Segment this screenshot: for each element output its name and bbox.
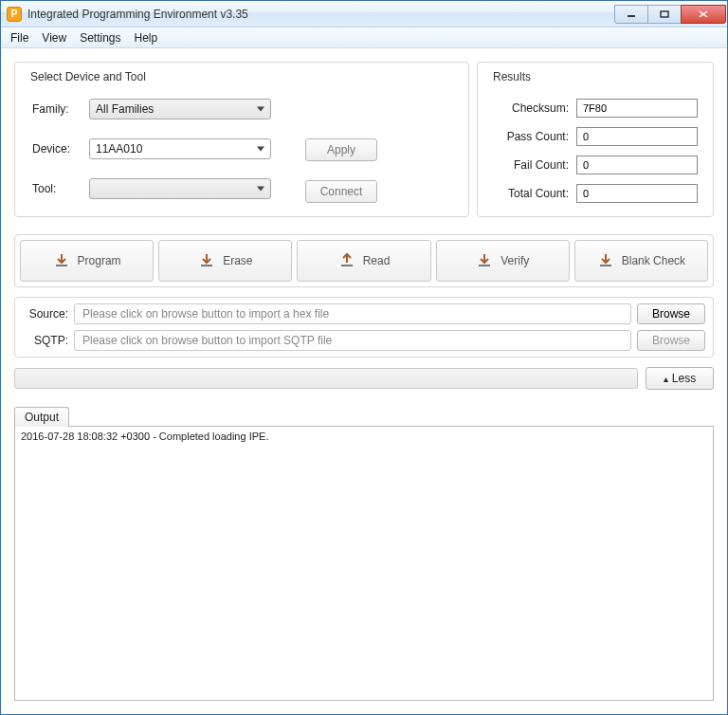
checksum-label: Checksum: [493,101,569,115]
menu-help[interactable]: Help [129,29,164,46]
less-label: Less [672,372,696,385]
sqtp-label: SQTP: [23,334,68,347]
family-value: All Families [96,102,154,116]
output-area: Output 2016-07-28 18:08:32 +0300 - Compl… [14,407,714,701]
blank-check-icon [597,252,614,269]
output-tabstrip: Output [14,407,714,427]
svg-rect-5 [201,265,212,266]
read-icon [338,252,355,269]
program-label: Program [78,254,121,267]
dropdown-arrow-icon [257,107,264,112]
device-value: 11AA010 [96,142,142,156]
passcount-value: 0 [576,127,698,146]
top-row: Select Device and Tool Family: All Famil… [14,62,714,217]
svg-rect-6 [341,265,353,266]
app-window: P Integrated Programming Environment v3.… [0,0,728,715]
collapse-up-icon: ▴ [664,374,668,384]
apply-button[interactable]: Apply [305,138,377,161]
device-select[interactable]: 11AA010 [89,138,271,159]
totalcount-label: Total Count: [493,187,569,200]
menu-settings[interactable]: Settings [74,29,126,46]
erase-button[interactable]: Erase [158,240,292,282]
sqtp-input[interactable]: Please click on browse button to import … [74,330,631,351]
device-label: Device: [27,142,89,156]
erase-label: Erase [223,254,252,267]
family-row: Family: All Families [27,99,271,119]
svg-rect-1 [661,11,668,17]
menubar: File View Settings Help [1,28,727,48]
tool-label: Tool: [27,182,89,195]
program-button[interactable]: Program [20,240,154,282]
content-area: Select Device and Tool Family: All Famil… [1,48,727,714]
source-label: Source: [23,307,68,321]
output-line: 2016-07-28 18:08:32 +0300 - Completed lo… [21,431,707,442]
totalcount-value: 0 [576,184,698,203]
window-buttons [615,5,726,24]
read-label: Read [363,254,391,267]
dropdown-arrow-icon [257,187,264,192]
source-input[interactable]: Please click on browse button to import … [74,303,631,324]
program-icon [53,252,70,269]
checksum-value: 7F80 [576,99,698,118]
sqtp-row: SQTP: Please click on browse button to i… [23,330,705,351]
dropdown-arrow-icon [257,147,264,152]
action-buttons-row: Program Erase Read Verify Blank Check [14,234,714,287]
output-textbox[interactable]: 2016-07-28 18:08:32 +0300 - Completed lo… [14,426,714,701]
results-title: Results [489,70,701,83]
side-buttons: Apply Connect [305,99,377,203]
app-icon: P [7,7,22,22]
menu-file[interactable]: File [5,29,34,46]
maximize-button[interactable] [647,5,682,24]
sqtp-browse-button[interactable]: Browse [637,330,705,351]
source-row: Source: Please click on browse button to… [23,303,705,324]
less-button[interactable]: ▴ Less [646,367,714,390]
read-button[interactable]: Read [297,240,430,282]
minimize-button[interactable] [614,5,648,24]
passcount-label: Pass Count: [493,130,569,143]
failcount-value: 0 [576,156,698,174]
menu-view[interactable]: View [36,29,72,46]
verify-label: Verify [500,254,529,267]
device-row: Device: 11AA010 [27,138,271,159]
family-select[interactable]: All Families [89,99,271,119]
close-button[interactable] [681,5,726,24]
tool-row: Tool: [27,178,271,199]
progress-row: ▴ Less [14,367,714,390]
blank-check-button[interactable]: Blank Check [574,240,708,282]
titlebar: P Integrated Programming Environment v3.… [1,1,727,28]
tool-select[interactable] [89,178,271,199]
erase-icon [198,252,215,269]
results-group: Results Checksum: 7F80 Pass Count: 0 Fai… [477,62,714,217]
sqtp-placeholder: Please click on browse button to import … [82,334,332,347]
family-label: Family: [27,102,89,116]
select-device-title: Select Device and Tool [27,70,457,83]
failcount-label: Fail Count: [493,158,569,172]
svg-rect-8 [600,265,611,266]
verify-button[interactable]: Verify [436,240,570,282]
connect-button[interactable]: Connect [305,180,377,203]
blank-check-label: Blank Check [622,254,685,267]
svg-rect-7 [479,265,490,266]
source-browse-button[interactable]: Browse [637,303,705,324]
window-title: Integrated Programming Environment v3.35 [27,8,615,21]
select-device-group: Select Device and Tool Family: All Famil… [14,62,469,217]
output-tab[interactable]: Output [14,407,69,427]
svg-rect-4 [56,265,67,266]
verify-icon [476,252,493,269]
source-placeholder: Please click on browse button to import … [82,307,329,321]
progress-bar [14,368,638,389]
file-rows-group: Source: Please click on browse button to… [14,297,714,358]
